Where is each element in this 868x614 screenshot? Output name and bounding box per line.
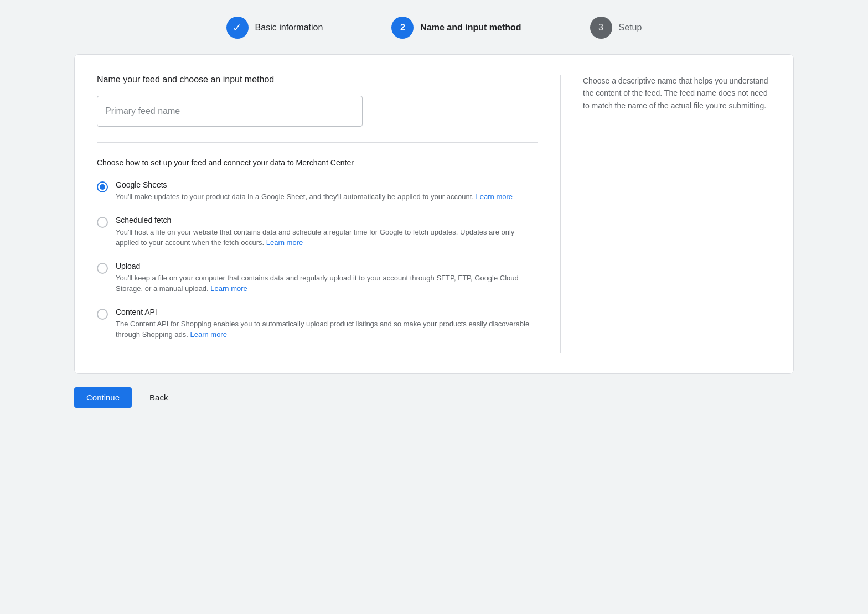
radio-desc-content-api: The Content API for Shopping enables you…	[116, 319, 538, 340]
radio-label-scheduled-fetch: Scheduled fetch	[116, 216, 538, 225]
radio-label-content-api: Content API	[116, 308, 538, 316]
step-connector-2	[528, 28, 583, 28]
step-label-2: Name and input method	[420, 23, 521, 33]
bottom-bar: Continue Back	[74, 374, 794, 413]
card-right-help: Choose a descriptive name that helps you…	[583, 75, 771, 353]
step-circle-3: 3	[590, 17, 612, 39]
step-number-3: 3	[598, 23, 603, 33]
radio-content-google-sheets: Google Sheets You'll make updates to you…	[116, 180, 538, 202]
learn-more-content-api[interactable]: Learn more	[190, 330, 226, 339]
step-label-3: Setup	[619, 23, 642, 33]
radio-desc-upload: You'll keep a file on your computer that…	[116, 273, 538, 294]
radio-upload[interactable]	[97, 263, 108, 274]
checkmark-icon: ✓	[232, 21, 242, 34]
section-divider	[97, 142, 538, 143]
option-google-sheets[interactable]: Google Sheets You'll make updates to you…	[97, 180, 538, 202]
radio-content-scheduled-fetch: Scheduled fetch You'll host a file on yo…	[116, 216, 538, 248]
step-circle-2: 2	[391, 17, 414, 39]
step-circle-1: ✓	[226, 17, 249, 39]
stepper: ✓ Basic information 2 Name and input met…	[185, 17, 683, 39]
learn-more-scheduled-fetch[interactable]: Learn more	[266, 238, 303, 247]
help-text: Choose a descriptive name that helps you…	[583, 75, 771, 112]
feed-name-input[interactable]	[97, 96, 363, 127]
main-card: Name your feed and choose an input metho…	[74, 54, 794, 374]
learn-more-google-sheets[interactable]: Learn more	[476, 192, 513, 201]
radio-content-content-api: Content API The Content API for Shopping…	[116, 308, 538, 340]
input-method-title: Choose how to set up your feed and conne…	[97, 158, 538, 167]
back-button[interactable]: Back	[145, 387, 172, 408]
step-name-input: 2 Name and input method	[391, 17, 521, 39]
radio-scheduled-fetch[interactable]	[97, 217, 108, 228]
step-setup: 3 Setup	[590, 17, 642, 39]
option-content-api[interactable]: Content API The Content API for Shopping…	[97, 308, 538, 340]
radio-content-api[interactable]	[97, 309, 108, 320]
radio-desc-google-sheets: You'll make updates to your product data…	[116, 191, 538, 202]
card-left: Name your feed and choose an input metho…	[97, 75, 561, 353]
step-connector-1	[329, 28, 385, 28]
radio-label-google-sheets: Google Sheets	[116, 180, 538, 189]
option-upload[interactable]: Upload You'll keep a file on your comput…	[97, 262, 538, 294]
step-label-1: Basic information	[255, 23, 323, 33]
option-scheduled-fetch[interactable]: Scheduled fetch You'll host a file on yo…	[97, 216, 538, 248]
radio-content-upload: Upload You'll keep a file on your comput…	[116, 262, 538, 294]
radio-label-upload: Upload	[116, 262, 538, 270]
continue-button[interactable]: Continue	[74, 387, 132, 408]
section-title: Name your feed and choose an input metho…	[97, 75, 538, 85]
step-number-2: 2	[400, 23, 405, 33]
step-basic-info: ✓ Basic information	[226, 17, 323, 39]
learn-more-upload[interactable]: Learn more	[210, 284, 247, 293]
radio-google-sheets[interactable]	[97, 181, 108, 192]
radio-desc-scheduled-fetch: You'll host a file on your website that …	[116, 227, 538, 248]
